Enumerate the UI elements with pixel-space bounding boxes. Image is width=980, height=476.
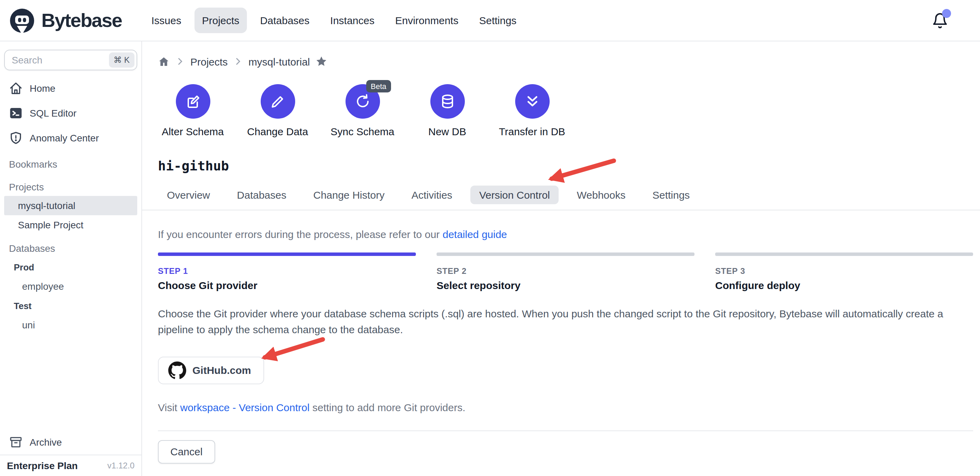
sidebar-item-anomaly-center[interactable]: Anomaly Center [0,126,142,150]
vcs-info-line: If you encounter errors during the proce… [158,228,973,240]
step-label: STEP 3 [715,266,973,276]
terminal-icon [9,106,23,120]
database-icon [439,93,455,110]
sidebar-footer: Enterprise Plan v1.12.0 [0,455,142,476]
action-label: Sync Schema [330,126,394,137]
step-1: STEP 1 Choose Git provider [158,266,416,291]
sidebar-item-mysql-tutorial[interactable]: mysql-tutorial [4,196,137,215]
tab-change-history[interactable]: Change History [304,186,393,204]
breadcrumb-project-name[interactable]: mysql-tutorial [248,56,310,67]
project-tabs: Overview Databases Change History Activi… [158,186,973,210]
favorite-star-icon[interactable] [315,55,328,68]
step-title: Configure deploy [715,279,973,291]
cancel-button[interactable]: Cancel [158,440,215,463]
nav-item-settings[interactable]: Settings [471,8,524,33]
pencil-icon [269,93,286,110]
workspace-version-control-link[interactable]: workspace - Version Control [180,401,309,413]
project-title: hi-github [158,158,973,173]
github-provider-button[interactable]: GitHub.com [158,356,264,384]
bytebase-logo-icon [8,6,36,34]
action-label: Change Data [247,126,308,137]
step-title: Select repository [437,279,694,291]
sidebar-item-label: Home [30,83,56,94]
alter-schema-button[interactable]: Alter Schema [158,84,228,137]
main-nav: Issues Projects Databases Instances Envi… [144,8,524,33]
breadcrumb-projects[interactable]: Projects [190,56,228,67]
sidebar-item-label: Archive [30,437,62,448]
notification-bell-button[interactable] [932,12,948,29]
sidebar-item-archive[interactable]: Archive [0,430,142,455]
tab-activities[interactable]: Activities [402,186,461,204]
step-3-bar [715,253,973,256]
sidebar-group-prod[interactable]: Prod [0,257,142,277]
sidebar-item-home[interactable]: Home [0,76,142,101]
sidebar-item-employee[interactable]: employee [0,277,142,296]
beta-badge: Beta [366,80,391,92]
step-progress-bars [158,253,973,256]
breadcrumb: Projects mysql-tutorial [158,55,973,68]
nav-item-instances[interactable]: Instances [323,8,382,33]
content-divider [158,430,973,431]
chevron-right-icon [175,57,185,66]
sidebar: ⌘ K Home SQL Editor [0,41,142,476]
detailed-guide-link[interactable]: detailed guide [442,228,507,240]
step-2-bar [437,253,694,256]
action-label: Transfer in DB [499,126,565,137]
chevron-right-icon [233,57,243,66]
home-icon [9,81,23,95]
sidebar-group-test[interactable]: Test [0,296,142,315]
new-db-button[interactable]: New DB [412,84,482,137]
change-data-button[interactable]: Change Data [243,84,312,137]
nav-item-projects[interactable]: Projects [194,8,247,33]
visit-prefix: Visit [158,401,180,413]
github-icon [168,361,186,379]
breadcrumb-home-icon[interactable] [158,56,170,67]
app-window: Bytebase Issues Projects Databases Insta… [0,0,980,476]
provider-label: GitHub.com [192,364,251,376]
double-chevron-down-icon [524,93,540,110]
tabs-divider [142,210,980,210]
action-label: New DB [428,126,466,137]
sidebar-item-sql-editor[interactable]: SQL Editor [0,101,142,126]
step-3: STEP 3 Configure deploy [715,266,973,291]
visit-suffix: setting to add more Git providers. [310,401,466,413]
step-2: STEP 2 Select repository [437,266,694,291]
sync-icon [354,93,371,110]
shield-alert-icon [9,131,23,145]
info-text: If you encounter errors during the proce… [158,228,442,240]
tab-version-control[interactable]: Version Control [470,186,559,204]
sidebar-item-label: Anomaly Center [30,132,99,143]
nav-item-environments[interactable]: Environments [388,8,466,33]
sync-schema-button[interactable]: Beta Sync Schema [328,84,397,137]
main-content: Projects mysql-tutorial [142,41,980,476]
sidebar-section-bookmarks: Bookmarks [0,155,142,173]
bytebase-logo[interactable]: Bytebase [8,6,122,34]
top-navbar: Bytebase Issues Projects Databases Insta… [0,0,980,41]
sidebar-section-projects: Projects [0,178,142,196]
step-label: STEP 1 [158,266,416,276]
nav-item-issues[interactable]: Issues [144,8,189,33]
archive-icon [9,435,23,449]
visit-line: Visit workspace - Version Control settin… [158,401,973,413]
quick-actions: Alter Schema Change Data Beta [158,84,973,137]
step-title: Choose Git provider [158,279,416,291]
step-label: STEP 2 [437,266,694,276]
tab-webhooks[interactable]: Webhooks [568,186,635,204]
tab-settings[interactable]: Settings [643,186,698,204]
transfer-in-db-button[interactable]: Transfer in DB [497,84,567,137]
sidebar-item-sample-project[interactable]: Sample Project [0,215,142,234]
sidebar-item-uni[interactable]: uni [0,315,142,334]
edit-square-icon [185,93,201,110]
sidebar-section-databases: Databases [0,239,142,257]
step-labels: STEP 1 Choose Git provider STEP 2 Select… [158,266,973,291]
version-label: v1.12.0 [107,461,134,470]
nav-item-databases[interactable]: Databases [252,8,317,33]
plan-label[interactable]: Enterprise Plan [7,460,78,471]
search-shortcut-badge: ⌘ K [109,53,134,68]
vcs-description: Choose the Git provider where your datab… [158,306,973,337]
tab-overview[interactable]: Overview [158,186,219,204]
action-label: Alter Schema [162,126,224,137]
tab-databases[interactable]: Databases [228,186,295,204]
notification-dot [942,9,951,18]
sidebar-item-label: SQL Editor [30,108,76,119]
